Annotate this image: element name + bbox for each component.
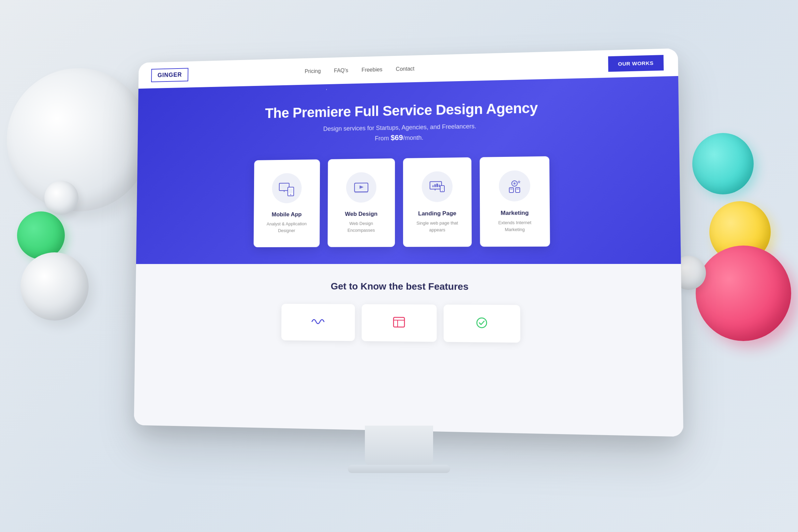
card-marketing-desc: Extends Internet Marketing bbox=[490, 219, 540, 233]
decorative-sphere-yellow bbox=[709, 201, 771, 263]
nav-logo[interactable]: GINGER bbox=[151, 68, 188, 82]
nav-links: Pricing FAQ's Freebies Contact bbox=[278, 66, 414, 75]
card-web-design-title: Web Design bbox=[338, 210, 385, 218]
marketing-icon-wrapper bbox=[499, 170, 531, 202]
features-section: Get to Know the best Features bbox=[135, 264, 682, 355]
features-title: Get to Know the best Features bbox=[148, 281, 667, 293]
svg-rect-15 bbox=[437, 183, 438, 187]
svg-rect-13 bbox=[432, 186, 434, 187]
card-landing-page-title: Landing Page bbox=[413, 210, 461, 217]
card-landing-page[interactable]: Landing Page Single web page that appear… bbox=[403, 157, 472, 247]
svg-rect-14 bbox=[434, 184, 436, 187]
feature-wave-icon bbox=[311, 314, 325, 329]
web-design-icon bbox=[353, 179, 370, 196]
decorative-sphere-cyan bbox=[692, 133, 754, 194]
decorative-sphere-green bbox=[17, 211, 65, 259]
monitor-stand bbox=[365, 426, 433, 467]
feature-card-2[interactable] bbox=[361, 304, 437, 342]
svg-rect-28 bbox=[516, 188, 519, 189]
nav-link-contact[interactable]: Contact bbox=[396, 66, 415, 72]
svg-rect-20 bbox=[441, 187, 444, 190]
feature-check-icon bbox=[474, 315, 489, 330]
svg-rect-10 bbox=[355, 192, 368, 193]
card-marketing-title: Marketing bbox=[490, 209, 540, 217]
mobile-app-icon-wrapper bbox=[272, 173, 301, 203]
svg-rect-1 bbox=[281, 184, 287, 189]
svg-point-33 bbox=[477, 318, 487, 328]
hero-price-value: $69 bbox=[390, 133, 403, 142]
monitor-base bbox=[348, 465, 450, 473]
monitor-container: GINGER Pricing FAQ's Freebies Contact OU… bbox=[126, 54, 672, 478]
decorative-sphere-pink bbox=[696, 246, 791, 341]
monitor-screen: GINGER Pricing FAQ's Freebies Contact OU… bbox=[134, 48, 683, 437]
svg-rect-16 bbox=[439, 184, 440, 187]
features-cards bbox=[148, 303, 668, 344]
our-works-button[interactable]: OUR WORKS bbox=[608, 55, 664, 72]
landing-page-icon bbox=[429, 178, 446, 195]
landing-page-icon-wrapper bbox=[422, 171, 453, 202]
svg-rect-5 bbox=[289, 189, 293, 193]
mobile-app-icon bbox=[279, 180, 295, 196]
hero-price-prefix: From bbox=[375, 135, 390, 142]
svg-point-21 bbox=[442, 190, 443, 191]
hero-section: The Premiere Full Service Design Agency … bbox=[136, 76, 681, 264]
feature-layout-icon bbox=[391, 315, 407, 330]
nav-link-freebies[interactable]: Freebies bbox=[361, 66, 382, 73]
card-mobile-app-title: Mobile App bbox=[264, 211, 310, 218]
web-design-icon-wrapper bbox=[346, 172, 376, 203]
svg-rect-30 bbox=[394, 317, 404, 327]
feature-card-3[interactable] bbox=[444, 305, 520, 343]
feature-card-1[interactable] bbox=[281, 304, 355, 341]
nav-link-pricing[interactable]: Pricing bbox=[305, 68, 321, 75]
card-web-design-desc: Web Design Encompasses bbox=[338, 220, 385, 233]
svg-rect-26 bbox=[510, 189, 513, 190]
card-marketing[interactable]: Marketing Extends Internet Marketing bbox=[480, 156, 550, 247]
website-content: GINGER Pricing FAQ's Freebies Contact OU… bbox=[134, 48, 683, 437]
svg-rect-25 bbox=[510, 188, 513, 189]
service-cards: Mobile App Analyst & Application Designe… bbox=[149, 155, 666, 248]
marketing-icon bbox=[506, 177, 523, 195]
card-mobile-app-desc: Analyst & Application Designer bbox=[264, 221, 310, 234]
decorative-sphere-white-small-top bbox=[44, 181, 78, 215]
card-web-design[interactable]: Web Design Web Design Encompasses bbox=[328, 158, 395, 247]
nav-link-faqs[interactable]: FAQ's bbox=[334, 68, 348, 74]
svg-rect-29 bbox=[516, 189, 519, 190]
card-mobile-app[interactable]: Mobile App Analyst & Application Designe… bbox=[254, 159, 320, 247]
hero-title: The Premiere Full Service Design Agency bbox=[151, 97, 664, 123]
hero-price-suffix: /month. bbox=[403, 134, 424, 142]
decorative-sphere-white-bottom bbox=[20, 252, 89, 321]
card-landing-page-desc: Single web page that appears bbox=[413, 220, 461, 233]
